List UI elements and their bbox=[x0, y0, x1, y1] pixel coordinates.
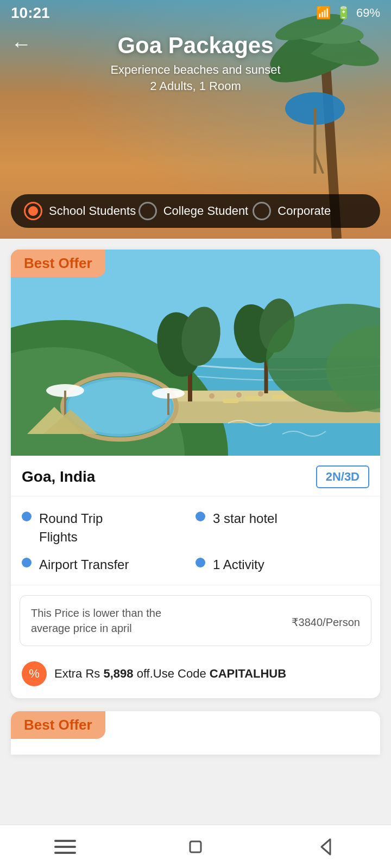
home-icon bbox=[186, 837, 205, 857]
radio-label-corporate: Corporate bbox=[278, 204, 331, 218]
feature-flights: Round TripFlights bbox=[22, 509, 195, 546]
feature-text-transfer: Airport Transfer bbox=[39, 556, 129, 574]
price-unit: Person bbox=[326, 616, 360, 628]
feature-dot-flights bbox=[22, 512, 31, 521]
feature-hotel: 3 star hotel bbox=[195, 509, 369, 546]
price-note: This Price is lower than the average pri… bbox=[31, 605, 194, 636]
nav-home-button[interactable] bbox=[174, 831, 217, 863]
feature-text-activity: 1 Activity bbox=[213, 556, 264, 574]
coupon-amount: 5,898 bbox=[103, 667, 133, 680]
svg-rect-40 bbox=[54, 852, 76, 854]
bottom-nav bbox=[0, 825, 391, 868]
location-row: Goa, India 2N/3D bbox=[11, 456, 380, 496]
price-amount: ₹3840/ bbox=[292, 616, 326, 628]
hero-detail: 2 Adults, 1 Room bbox=[150, 79, 241, 93]
package-card-1[interactable]: Best Offer bbox=[11, 250, 380, 698]
coupon-icon: % bbox=[22, 661, 47, 686]
beach-umbrella-icon bbox=[282, 87, 348, 174]
svg-point-36 bbox=[236, 392, 242, 398]
svg-rect-39 bbox=[54, 846, 76, 848]
feature-dot-transfer bbox=[22, 558, 31, 567]
content-area: Best Offer bbox=[0, 239, 391, 822]
package-card-2[interactable]: Best Offer bbox=[11, 711, 380, 755]
hero-subtitle: Experience beaches and sunset bbox=[110, 63, 280, 77]
feature-dot-activity bbox=[195, 558, 205, 567]
features-grid: Round TripFlights 3 star hotel Airport T… bbox=[11, 496, 380, 585]
hero-section: 10:21 📶 🔋 69% ← Goa Packages Experience … bbox=[0, 0, 391, 239]
nav-back-button[interactable] bbox=[304, 831, 348, 863]
radio-circle-corporate bbox=[253, 202, 271, 220]
feature-text-hotel: 3 star hotel bbox=[213, 509, 278, 528]
coupon-prefix: Extra Rs bbox=[54, 667, 103, 680]
feature-text-flights: Round TripFlights bbox=[39, 509, 103, 546]
nav-menu-button[interactable] bbox=[43, 831, 87, 863]
svg-point-35 bbox=[209, 393, 215, 399]
svg-rect-33 bbox=[244, 396, 261, 400]
hero-title: Goa Packages bbox=[117, 33, 273, 59]
status-bar: 10:21 📶 🔋 69% bbox=[0, 0, 391, 24]
hero-header: Goa Packages Experience beaches and suns… bbox=[0, 33, 391, 93]
feature-activity: 1 Activity bbox=[195, 556, 369, 574]
radio-label-college: College Student bbox=[163, 204, 249, 218]
radio-label-school: School Students bbox=[49, 204, 136, 218]
back-icon bbox=[318, 837, 333, 857]
feature-dot-hotel bbox=[195, 512, 205, 521]
scene-svg bbox=[11, 250, 380, 456]
svg-marker-42 bbox=[321, 839, 330, 854]
coupon-code: CAPITALHUB bbox=[210, 667, 286, 680]
status-icons: 📶 🔋 69% bbox=[316, 6, 380, 20]
wifi-icon: 📶 bbox=[316, 6, 331, 20]
svg-point-37 bbox=[258, 391, 263, 397]
status-time: 10:21 bbox=[11, 4, 50, 22]
card-scene bbox=[11, 250, 380, 456]
radio-circle-college bbox=[138, 202, 157, 220]
radio-school-students[interactable]: School Students bbox=[24, 202, 138, 220]
price-box: This Price is lower than the average pri… bbox=[20, 595, 371, 646]
svg-rect-34 bbox=[272, 395, 288, 399]
price-value: ₹3840/Person bbox=[292, 611, 360, 630]
radio-college-student[interactable]: College Student bbox=[138, 202, 253, 220]
svg-rect-32 bbox=[223, 399, 239, 403]
feature-transfer: Airport Transfer bbox=[22, 556, 195, 574]
coupon-row: % Extra Rs 5,898 off.Use Code CAPITALHUB bbox=[11, 656, 380, 698]
menu-icon bbox=[54, 839, 76, 855]
battery-percent: 69% bbox=[356, 6, 380, 20]
radio-group: School Students College Student Corporat… bbox=[11, 194, 380, 228]
battery-icon: 🔋 bbox=[336, 6, 351, 20]
card-image-1 bbox=[11, 250, 380, 456]
svg-rect-38 bbox=[54, 840, 76, 842]
best-offer-badge-1: Best Offer bbox=[11, 250, 105, 277]
location-name: Goa, India bbox=[22, 468, 95, 486]
best-offer-badge-2: Best Offer bbox=[11, 711, 105, 739]
radio-circle-school bbox=[24, 202, 42, 220]
duration-badge: 2N/3D bbox=[316, 465, 369, 488]
coupon-text: Extra Rs 5,898 off.Use Code CAPITALHUB bbox=[54, 667, 286, 681]
svg-rect-41 bbox=[190, 841, 201, 852]
radio-corporate[interactable]: Corporate bbox=[253, 202, 367, 220]
coupon-middle: off.Use Code bbox=[134, 667, 210, 680]
